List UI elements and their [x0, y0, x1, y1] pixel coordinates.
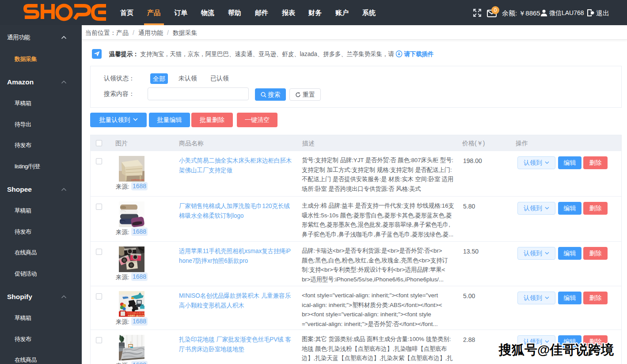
svg-text:搜狐号@佳哥说跨境: 搜狐号@佳哥说跨境: [498, 342, 614, 357]
svg-text:光荣舰队 超大礼包: 光荣舰队 超大礼包: [128, 314, 144, 317]
svg-text:7.5-8.8 超值特惠 福利多多 口碑好礼: 7.5-8.8 超值特惠 福利多多 口碑好礼: [127, 312, 144, 314]
svg-text:confinnnnnal: confinnnnnal: [131, 178, 144, 181]
